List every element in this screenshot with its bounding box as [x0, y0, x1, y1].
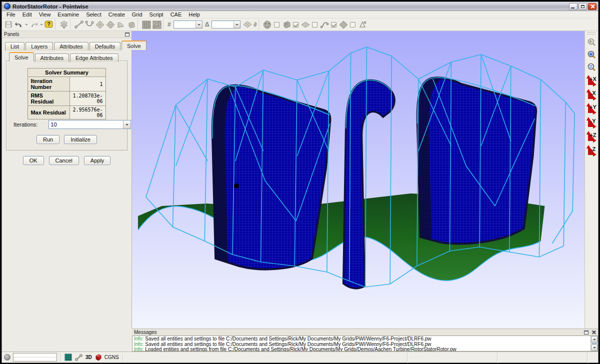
scroll-up-arrow[interactable] — [591, 336, 598, 342]
run-button[interactable]: Run — [36, 135, 60, 144]
database-filter-button[interactable] — [338, 20, 348, 30]
connectors-filter-checkbox[interactable] — [312, 22, 318, 28]
messages-scrollbar[interactable] — [590, 336, 598, 351]
layer-stack-button[interactable] — [58, 20, 69, 30]
mask-toggle[interactable] — [262, 20, 272, 30]
view-minus-y-button[interactable]: -Y — [586, 116, 598, 129]
spacing-icon: Δ — [204, 21, 210, 28]
apply-button[interactable]: Apply — [84, 156, 111, 165]
spacing-combo-arrow[interactable] — [234, 21, 240, 28]
messages-float-icon[interactable] — [584, 330, 588, 334]
surface-button[interactable] — [242, 20, 252, 30]
view-plus-z-button[interactable]: +Z — [586, 130, 598, 143]
menu-examine[interactable]: Examine — [54, 12, 82, 18]
redo-dropdown[interactable] — [39, 20, 44, 30]
curve-tool-button[interactable] — [84, 20, 94, 30]
svg-text:+Y: +Y — [590, 104, 596, 110]
tab-list[interactable]: List — [5, 42, 24, 50]
menu-file[interactable]: File — [3, 12, 19, 18]
view-minus-x-button[interactable]: -X — [586, 88, 598, 101]
scroll-thumb[interactable] — [592, 343, 597, 344]
viewport-3d[interactable] — [132, 31, 584, 328]
undo-dropdown[interactable] — [24, 20, 28, 30]
scroll-down-arrow[interactable] — [591, 344, 598, 351]
structured-block-tool-button[interactable] — [126, 20, 136, 30]
mask-blocks-checkbox[interactable] — [274, 22, 280, 28]
undo-button[interactable] — [14, 20, 24, 30]
domains-filter-button[interactable] — [300, 20, 310, 30]
initialize-button[interactable]: Initialize — [64, 135, 97, 144]
zoom-extents-button[interactable] — [586, 62, 597, 72]
close-icon — [590, 4, 594, 8]
cancel-button[interactable]: Cancel — [49, 156, 79, 165]
table-row: Max Residual 2.956576e-06 — [28, 106, 106, 120]
spacing-input[interactable] — [212, 21, 234, 28]
toolbar-grip[interactable] — [588, 32, 596, 34]
connectors-filter-button[interactable] — [319, 20, 330, 30]
points-filter-button[interactable] — [357, 20, 368, 30]
minimize-button[interactable] — [569, 3, 578, 10]
points-filter-checkbox[interactable] — [350, 22, 356, 28]
menu-create[interactable]: Create — [105, 12, 128, 18]
tab-attributes[interactable]: Attributes — [54, 42, 88, 50]
redo-button[interactable] — [28, 20, 39, 30]
tab-defaults[interactable]: Defaults — [90, 42, 120, 50]
connector-tool-button[interactable] — [74, 20, 84, 30]
menu-view[interactable]: View — [36, 12, 54, 18]
axis-minus-z-icon: -Z — [586, 144, 597, 156]
save-icon — [4, 20, 12, 28]
help-button[interactable]: ? — [44, 20, 54, 30]
menu-select[interactable]: Select — [82, 12, 105, 18]
close-button[interactable] — [588, 3, 596, 10]
axis-minus-x-icon: -X — [586, 88, 597, 100]
desktop: RotorStatorRotor - Pointwise File Edit V… — [0, 0, 600, 364]
toolbar-separator — [55, 20, 58, 30]
structured-domain-tool-button[interactable] — [94, 20, 105, 30]
zoom-fit-button[interactable] — [586, 49, 597, 60]
iterations-input[interactable] — [49, 120, 123, 128]
blocks-filter-button[interactable] — [281, 20, 292, 30]
title-bar[interactable]: RotorStatorRotor - Pointwise — [2, 2, 598, 11]
tab-solve[interactable]: Solve — [122, 40, 146, 50]
menu-grid[interactable]: Grid — [128, 12, 146, 18]
tab-layers[interactable]: Layers — [26, 42, 53, 50]
unstructured-domain-tool-button[interactable] — [105, 20, 116, 30]
messages-header[interactable]: Messages — [132, 329, 598, 336]
structured-grid-toggle[interactable] — [141, 20, 152, 30]
grid-level-combo-arrow[interactable] — [196, 21, 202, 28]
structured-domain-icon — [96, 20, 104, 29]
database-filter-checkbox[interactable] — [331, 22, 336, 28]
view-plus-x-button[interactable]: +X — [586, 74, 598, 87]
menu-edit[interactable]: Edit — [19, 12, 36, 18]
menu-help[interactable]: Help — [185, 12, 204, 18]
layer-stack-icon — [60, 20, 68, 29]
subtab-attributes[interactable]: Attributes — [35, 54, 69, 62]
subtab-solve[interactable]: Solve — [9, 52, 34, 62]
subtab-edge-attributes[interactable]: Edge Attributes — [70, 54, 118, 62]
iterations-combo[interactable] — [48, 120, 131, 129]
restore-button[interactable] — [578, 3, 587, 10]
grid-level-combo[interactable] — [174, 20, 202, 28]
panels-dock-titlebar[interactable]: Panels — [2, 31, 132, 38]
menu-script[interactable]: Script — [146, 12, 167, 18]
spacing-combo[interactable] — [212, 20, 240, 28]
toolbar-separator — [163, 20, 166, 30]
status-input-field[interactable] — [13, 353, 57, 362]
messages-close-icon[interactable] — [592, 330, 596, 334]
unstructured-grid-toggle[interactable] — [152, 20, 162, 30]
menu-cae[interactable]: CAE — [167, 12, 186, 18]
iterations-combo-arrow[interactable] — [123, 120, 130, 128]
save-button[interactable] — [3, 20, 14, 30]
zoom-previous-button[interactable] — [586, 36, 597, 48]
zoom-fit-icon — [587, 50, 596, 59]
extrude-block-tool-button[interactable] — [116, 20, 126, 30]
dialog-buttons-row: OK Cancel Apply — [2, 156, 132, 165]
view-minus-z-button[interactable]: -Z — [586, 144, 598, 157]
ok-button[interactable]: OK — [23, 156, 44, 165]
toolbar-separator — [70, 20, 72, 30]
domains-filter-checkbox[interactable] — [293, 22, 298, 28]
view-plus-y-button[interactable]: +Y — [586, 102, 598, 115]
grid-level-input[interactable] — [174, 21, 196, 28]
panels-float-icon[interactable] — [125, 32, 130, 36]
app-window: RotorStatorRotor - Pointwise File Edit V… — [2, 2, 598, 363]
